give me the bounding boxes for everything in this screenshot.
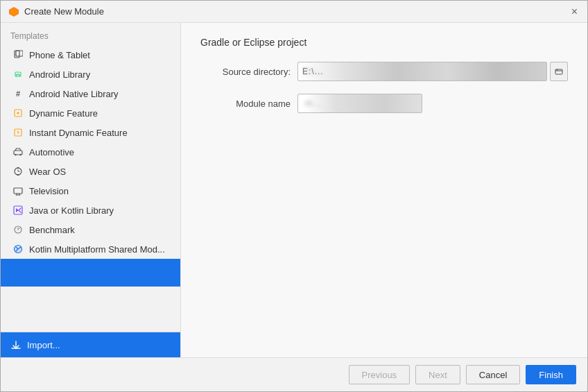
svg-point-10 bbox=[15, 154, 16, 155]
sidebar-item-automotive[interactable]: Automotive bbox=[1, 142, 180, 162]
svg-rect-13 bbox=[17, 167, 19, 169]
sidebar-item-label: Benchmark bbox=[29, 225, 75, 235]
section-title: Gradle or Eclipse project bbox=[200, 37, 568, 48]
title-bar-left: Create New Module bbox=[8, 6, 104, 18]
sidebar-item-label: Automotive bbox=[29, 147, 74, 157]
module-name-label: Module name bbox=[200, 99, 291, 109]
sidebar-item-television[interactable]: Television bbox=[1, 181, 180, 201]
android-library-icon bbox=[12, 69, 24, 80]
benchmark-icon bbox=[12, 224, 24, 235]
automotive-icon bbox=[12, 146, 24, 157]
svg-point-11 bbox=[19, 154, 21, 155]
sidebar-item-label: Television bbox=[29, 186, 69, 196]
next-button[interactable]: Next bbox=[415, 365, 460, 384]
dynamic-feature-icon bbox=[12, 108, 24, 119]
cancel-button[interactable]: Cancel bbox=[466, 365, 520, 384]
sidebar-item-instant-dynamic[interactable]: Instant Dynamic Feature bbox=[1, 123, 180, 142]
sidebar-item-label: Dynamic Feature bbox=[29, 108, 98, 119]
previous-button[interactable]: Previous bbox=[349, 365, 410, 384]
sidebar-item-benchmark[interactable]: Benchmark bbox=[1, 220, 180, 239]
sidebar-list: Phone & Tablet Android Library # Android… bbox=[1, 45, 180, 332]
sidebar-item-label: Android Library bbox=[29, 69, 90, 80]
templates-label: Templates bbox=[1, 23, 180, 45]
sidebar-item-label: Android Native Library bbox=[29, 89, 119, 99]
android-native-icon: # bbox=[12, 88, 24, 99]
source-directory-row: Source directory: bbox=[200, 62, 568, 81]
import-label: Import... bbox=[27, 340, 60, 350]
module-name-input[interactable] bbox=[297, 94, 422, 113]
create-new-module-dialog: Create New Module × Templates Phone & Ta… bbox=[0, 0, 588, 392]
sidebar-item-phone-tablet[interactable]: Phone & Tablet bbox=[1, 45, 180, 65]
title-bar: Create New Module × bbox=[1, 1, 587, 23]
sidebar-item-dynamic-feature[interactable]: Dynamic Feature bbox=[1, 103, 180, 123]
svg-rect-15 bbox=[14, 188, 22, 194]
footer: Previous Next Cancel Finish bbox=[1, 357, 587, 391]
svg-rect-14 bbox=[17, 174, 19, 176]
wear-os-icon bbox=[12, 166, 24, 177]
sidebar-bottom: Import... bbox=[1, 332, 180, 357]
sidebar-item-active-placeholder[interactable] bbox=[1, 259, 180, 287]
close-button[interactable]: × bbox=[569, 5, 580, 19]
source-directory-label: Source directory: bbox=[200, 67, 291, 77]
sidebar-item-label: Kotlin Multiplatform Shared Mod... bbox=[29, 244, 165, 255]
sidebar-item-label: Java or Kotlin Library bbox=[29, 205, 114, 216]
import-icon bbox=[10, 339, 21, 350]
source-directory-input-group bbox=[297, 62, 568, 81]
finish-button[interactable]: Finish bbox=[526, 365, 576, 384]
module-name-row: Module name bbox=[200, 94, 568, 113]
sidebar-item-import[interactable]: Import... bbox=[1, 332, 180, 357]
sidebar-item-android-library[interactable]: Android Library bbox=[1, 65, 180, 84]
instant-dynamic-icon bbox=[12, 127, 24, 138]
sidebar-item-label: Instant Dynamic Feature bbox=[29, 128, 128, 138]
main-panel: Gradle or Eclipse project Source directo… bbox=[181, 23, 587, 357]
browse-button[interactable] bbox=[550, 62, 568, 81]
app-icon bbox=[8, 6, 20, 18]
java-kotlin-icon bbox=[12, 205, 24, 216]
sidebar-item-label: Phone & Tablet bbox=[29, 50, 90, 60]
sidebar: Templates Phone & Tablet Android Library… bbox=[1, 23, 181, 357]
sidebar-item-android-native[interactable]: # Android Native Library bbox=[1, 84, 180, 103]
source-directory-input[interactable] bbox=[297, 62, 547, 81]
sidebar-item-kotlin-multiplatform[interactable]: Kotlin Multiplatform Shared Mod... bbox=[1, 239, 180, 259]
sidebar-item-wear-os[interactable]: Wear OS bbox=[1, 162, 180, 181]
kotlin-multiplatform-icon bbox=[12, 244, 24, 255]
phone-tablet-icon bbox=[12, 49, 24, 60]
sidebar-item-java-kotlin[interactable]: Java or Kotlin Library bbox=[1, 201, 180, 220]
dialog-content: Templates Phone & Tablet Android Library… bbox=[1, 23, 587, 357]
dialog-title: Create New Module bbox=[24, 6, 104, 17]
television-icon bbox=[12, 185, 24, 196]
sidebar-item-label: Wear OS bbox=[29, 167, 66, 177]
folder-icon bbox=[555, 67, 563, 76]
